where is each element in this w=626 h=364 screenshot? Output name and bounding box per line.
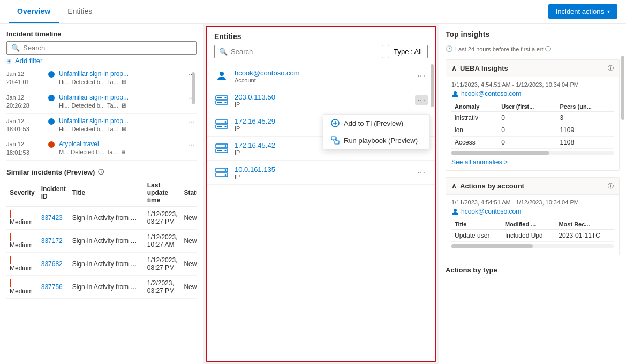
add-filter-button[interactable]: ⊞ Add filter <box>6 55 42 67</box>
timeline-content: Unfamiliar sign-in prop... Hi... Detecte… <box>59 70 182 85</box>
entities-search-input[interactable] <box>231 48 379 56</box>
actions-user: hcook@contoso.com <box>451 208 614 215</box>
entities-scrollbar[interactable] <box>430 62 434 361</box>
incident-title-cell: Sign-in Activity from Suspicious ... <box>69 230 144 253</box>
incident-title-cell: Sign-in Activity from Suspicious ... <box>69 253 144 276</box>
see-all-anomalies-link[interactable]: See all anomalies > <box>451 158 614 166</box>
update-time-cell: 1/2/2023, 03:27 PM <box>144 276 181 299</box>
peers-cell: 3 <box>557 112 614 124</box>
col-last-update: Last update time <box>144 179 181 207</box>
entities-header: Entities 🔍 Type : All <box>207 27 435 62</box>
timeline-title[interactable]: Atypical travel <box>59 140 145 148</box>
similar-incidents-title: Similar incidents (Preview) ⓘ <box>6 168 197 176</box>
update-time-cell: 1/12/2023, 10:27 AM <box>144 230 181 253</box>
info-icon[interactable]: ⓘ <box>98 168 104 176</box>
timeline-date: Jan 12 18:01:53 <box>6 140 44 157</box>
add-to-ti-menu-item[interactable]: Add to TI (Preview) <box>323 115 429 132</box>
timeline-dot-orange <box>48 141 55 148</box>
table-row: inistrativ 0 3 <box>451 112 614 124</box>
incident-id-link[interactable]: 337682 <box>41 260 63 268</box>
ip-icon <box>214 117 229 132</box>
col-severity: Severity <box>6 179 38 207</box>
actions-by-account-section: ∧ Actions by account ⓘ 1/11/2023, 4:54:5… <box>446 177 620 255</box>
timeline-content: Unfamiliar sign-in prop... Hi... Detecte… <box>59 117 182 132</box>
entity-more-button[interactable]: ··· <box>415 168 428 177</box>
incident-id-link[interactable]: 337756 <box>41 283 63 291</box>
clock-icon: 🕐 <box>446 46 453 52</box>
col-status: Status <box>180 179 197 207</box>
col-modified: Modified ... <box>502 219 555 230</box>
incident-id-cell[interactable]: 337756 <box>38 276 69 299</box>
status-cell: New <box>180 230 197 253</box>
label-cell: inistrativ <box>451 112 498 124</box>
timeline-title[interactable]: Unfamiliar sign-in prop... <box>59 117 145 125</box>
incident-id-link[interactable]: 337172 <box>41 237 63 245</box>
tab-overview[interactable]: Overview <box>9 0 59 23</box>
main-content: Incident timeline 🔍 ⊞ Add filter Jan 12 … <box>0 24 626 364</box>
entity-more-button[interactable]: ··· <box>415 71 428 81</box>
status-cell: New <box>180 276 197 299</box>
peers-cell: 1109 <box>557 124 614 136</box>
search-icon: 🔍 <box>11 44 20 52</box>
ip-icon <box>214 141 229 156</box>
timeline-item: Jan 12 20:26:28 Unfamiliar sign-in prop.… <box>6 90 197 114</box>
entity-info: hcook@contoso.com Account <box>235 69 410 84</box>
entity-item-account: hcook@contoso.com Account ··· <box>207 64 435 88</box>
entity-item-ip-1: 203.0.113.50 IP ··· Add <box>207 88 435 112</box>
ueba-horizontal-scrollbar[interactable] <box>451 151 614 155</box>
actions-header-left: ∧ Actions by account <box>451 182 524 190</box>
col-user-first: User (first... <box>498 102 556 112</box>
label-cell: ion <box>451 124 498 136</box>
actions-info-icon[interactable]: ⓘ <box>608 182 614 190</box>
timeline-device-icon: 🖥 <box>120 102 126 109</box>
entity-more-button-active[interactable]: ··· <box>415 95 428 105</box>
timeline-date: Jan 12 18:01:53 <box>6 117 44 134</box>
col-anomaly: Anomaly <box>451 102 498 112</box>
timeline-title[interactable]: Unfamiliar sign-in prop... <box>59 70 145 78</box>
svg-point-28 <box>225 169 227 171</box>
ueba-date-range: 1/11/2023, 4:54:51 AM - 1/12/2023, 10:34… <box>451 81 614 88</box>
ueba-info-icon[interactable]: ⓘ <box>608 64 614 72</box>
tab-entities[interactable]: Entities <box>59 0 101 23</box>
entity-name[interactable]: hcook@contoso.com <box>235 69 410 77</box>
user-icon <box>215 70 228 82</box>
actions-by-account-header[interactable]: ∧ Actions by account ⓘ <box>446 178 619 195</box>
entity-name[interactable]: 203.0.113.50 <box>235 93 410 101</box>
timeline-item: Jan 12 18:01:53 Unfamiliar sign-in prop.… <box>6 114 197 138</box>
timeline-title[interactable]: Unfamiliar sign-in prop... <box>59 94 145 101</box>
peers-cell: 1108 <box>557 136 614 149</box>
table-row: ion 0 1109 <box>451 124 614 136</box>
ueba-insights-header[interactable]: ∧ UEBA Insights ⓘ <box>446 60 619 77</box>
entity-name[interactable]: 10.0.161.135 <box>235 165 410 173</box>
col-most-recent: Most Rec... <box>555 219 614 230</box>
severity-cell: Medium <box>6 207 38 230</box>
incident-id-cell[interactable]: 337423 <box>38 207 69 230</box>
server-icon <box>215 95 228 105</box>
entity-info: 203.0.113.50 IP <box>235 93 410 108</box>
entity-type: IP <box>235 101 410 108</box>
search-icon: 🔍 <box>219 48 228 56</box>
info-icon[interactable]: ⓘ <box>545 45 551 53</box>
add-to-ti-icon <box>331 119 340 127</box>
incident-id-link[interactable]: 337423 <box>41 214 63 222</box>
timeline-search-input[interactable] <box>23 44 192 52</box>
timeline-scrollbar[interactable] <box>191 67 195 161</box>
table-row: Medium 337423 Sign-in Activity from Susp… <box>6 207 197 230</box>
col-incident-id: Incident ID <box>38 179 69 207</box>
user-icon <box>451 208 459 215</box>
timeline-device-icon: 🖥 <box>120 149 126 155</box>
actions-horizontal-scrollbar[interactable] <box>451 244 614 248</box>
entities-search-row: 🔍 Type : All <box>214 45 428 58</box>
svg-point-29 <box>225 174 227 176</box>
right-panel-scrollbar[interactable] <box>621 24 625 364</box>
incident-id-cell[interactable]: 337682 <box>38 253 69 276</box>
right-panel: Top insights 🕐 Last 24 hours before the … <box>439 24 626 364</box>
timeline-scrollbar-thumb <box>192 72 195 104</box>
incident-id-cell[interactable]: 337172 <box>38 230 69 253</box>
action-modified-cell: Included Upd <box>502 230 555 242</box>
run-playbook-menu-item[interactable]: Run playbook (Preview) <box>323 132 429 149</box>
incident-actions-button[interactable]: Incident actions ▾ <box>548 4 617 19</box>
severity-indicator <box>10 210 11 218</box>
type-filter-button[interactable]: Type : All <box>388 45 428 58</box>
timeline-dot-blue <box>48 95 55 101</box>
